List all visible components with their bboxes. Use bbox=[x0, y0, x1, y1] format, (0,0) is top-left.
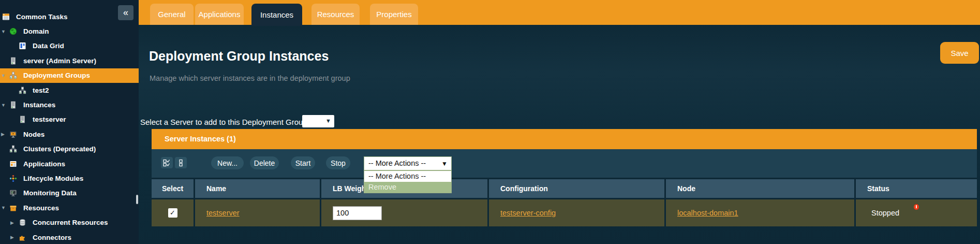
sidebar-item-label: Data Grid bbox=[33, 42, 64, 50]
sidebar: Common Tasks▼DomainData Gridserver (Admi… bbox=[0, 0, 139, 244]
cluster-icon bbox=[9, 145, 17, 153]
column-header-name: Name bbox=[195, 179, 320, 198]
tab-instances[interactable]: Instances bbox=[251, 4, 302, 26]
page-title: Deployment Group Instances bbox=[149, 48, 329, 64]
collapsed-arrow-icon[interactable]: ▶ bbox=[10, 235, 19, 240]
lb-weight-input[interactable] bbox=[333, 206, 382, 220]
more-actions-dropdown: -- More Actions -- Remove bbox=[364, 170, 452, 193]
collapsed-arrow-icon[interactable]: ▶ bbox=[1, 132, 9, 137]
expanded-arrow-icon[interactable]: ▼ bbox=[1, 103, 9, 108]
lifecycle-modules-icon bbox=[9, 175, 17, 182]
add-server-select[interactable]: ▼ bbox=[302, 115, 334, 127]
deployment-group-icon bbox=[19, 87, 26, 94]
sidebar-item-label: Instances bbox=[23, 101, 55, 109]
server-icon bbox=[19, 116, 26, 123]
table-header-row: Select Name LB Weight Configuration Node… bbox=[152, 178, 977, 198]
tab-properties[interactable]: Properties bbox=[370, 4, 418, 25]
connectors-icon bbox=[19, 234, 26, 241]
deselect-all-icon bbox=[176, 159, 185, 167]
sidebar-item-testserver[interactable]: testserver bbox=[0, 112, 139, 127]
sidebar-item-instances[interactable]: ▼Instances bbox=[0, 97, 139, 112]
more-actions-option-remove[interactable]: Remove bbox=[364, 182, 451, 193]
column-header-configuration: Configuration bbox=[489, 179, 664, 198]
column-header-status: Status bbox=[856, 179, 977, 198]
deselect-all-button[interactable] bbox=[175, 157, 187, 168]
data-grid-icon bbox=[19, 42, 26, 50]
collapsed-arrow-icon[interactable]: ▶ bbox=[10, 220, 19, 225]
sidebar-item-connectors[interactable]: ▶Connectors bbox=[0, 230, 139, 244]
expanded-arrow-icon[interactable]: ▼ bbox=[1, 205, 9, 210]
instance-name-link[interactable]: testserver bbox=[206, 209, 240, 217]
column-header-select: Select bbox=[152, 179, 194, 198]
sidebar-item-label: server (Admin Server) bbox=[23, 57, 96, 65]
tab-applications[interactable]: Applications bbox=[195, 4, 244, 25]
sidebar-item-label: Clusters (Deprecated) bbox=[23, 145, 96, 153]
sidebar-item-concurrent-resources[interactable]: ▶Concurrent Resources bbox=[0, 215, 139, 229]
tab-general[interactable]: General bbox=[150, 4, 194, 25]
start-button[interactable]: Start bbox=[291, 156, 315, 169]
sidebar-item-label: testserver bbox=[33, 116, 66, 123]
sidebar-tree: Common Tasks▼DomainData Gridserver (Admi… bbox=[0, 0, 139, 244]
sidebar-item-clusters-deprecated[interactable]: Clusters (Deprecated) bbox=[0, 142, 139, 156]
sidebar-item-deployment-groups[interactable]: ▼Deployment Groups bbox=[0, 68, 139, 83]
tab-bar: General Applications Instances Resources… bbox=[139, 0, 980, 25]
select-all-icon bbox=[162, 159, 171, 167]
expanded-arrow-icon[interactable]: ▼ bbox=[1, 29, 9, 34]
sidebar-collapse-button[interactable]: « bbox=[118, 5, 133, 20]
server-icon bbox=[9, 57, 17, 65]
more-actions-select[interactable]: -- More Actions -- ▼ bbox=[364, 156, 452, 170]
delete-button[interactable]: Delete bbox=[250, 156, 279, 169]
sidebar-item-resources[interactable]: ▼Resources bbox=[0, 200, 139, 215]
server-instances-panel: Server Instances (1) New... Del bbox=[152, 129, 977, 226]
sidebar-item-label: Deployment Groups bbox=[23, 71, 90, 79]
column-header-node: Node bbox=[666, 179, 854, 198]
sidebar-item-label: Applications bbox=[23, 160, 65, 168]
tab-resources[interactable]: Resources bbox=[311, 4, 360, 25]
sidebar-item-label: Concurrent Resources bbox=[33, 219, 108, 226]
sidebar-item-nodes[interactable]: ▶Nodes bbox=[0, 127, 139, 141]
resources-box-icon bbox=[9, 204, 17, 212]
save-button[interactable]: Save bbox=[940, 42, 979, 64]
sidebar-item-label: Nodes bbox=[23, 131, 44, 138]
status-error-icon bbox=[914, 204, 919, 210]
more-actions-option-default[interactable]: -- More Actions -- bbox=[364, 171, 451, 182]
concurrent-resources-icon bbox=[19, 219, 26, 226]
sidebar-item-test2[interactable]: test2 bbox=[0, 83, 139, 97]
expanded-arrow-icon[interactable]: ▼ bbox=[1, 73, 9, 78]
new-button[interactable]: New... bbox=[211, 156, 244, 169]
sidebar-item-label: Domain bbox=[23, 27, 49, 35]
table-row: ✓ testserver testserver-config localhost… bbox=[152, 198, 977, 226]
server-icon bbox=[9, 101, 17, 109]
chevron-down-icon: ▼ bbox=[441, 157, 448, 170]
monitoring-data-icon bbox=[9, 189, 17, 197]
sidebar-item-data-grid[interactable]: Data Grid bbox=[0, 39, 139, 53]
deployment-group-icon bbox=[9, 71, 17, 79]
status-text: Stopped bbox=[856, 209, 899, 217]
row-select-checkbox[interactable]: ✓ bbox=[168, 208, 177, 218]
select-all-button[interactable] bbox=[161, 157, 173, 168]
sidebar-item-label: Monitoring Data bbox=[23, 189, 77, 197]
sidebar-item-label: Resources bbox=[23, 204, 59, 212]
sidebar-item-server-admin-server[interactable]: server (Admin Server) bbox=[0, 53, 139, 68]
configuration-link[interactable]: testserver-config bbox=[500, 209, 556, 217]
sidebar-item-monitoring-data[interactable]: Monitoring Data bbox=[0, 186, 139, 200]
sidebar-item-label: Lifecycle Modules bbox=[23, 175, 83, 182]
page-subtitle: Manage which server instances are in the… bbox=[150, 74, 350, 82]
admin-console: Common Tasks▼DomainData Gridserver (Admi… bbox=[0, 0, 980, 244]
stop-button[interactable]: Stop bbox=[326, 156, 350, 169]
sidebar-scrollbar-thumb[interactable] bbox=[136, 195, 138, 204]
sidebar-item-domain[interactable]: ▼Domain bbox=[0, 24, 139, 38]
add-server-label: Select a Server to add to this Deploymen… bbox=[140, 118, 309, 126]
sidebar-item-label: test2 bbox=[33, 87, 49, 94]
table-toolbar: New... Delete Start Stop -- More Actions… bbox=[152, 149, 977, 178]
sidebar-item-lifecycle-modules[interactable]: Lifecycle Modules bbox=[0, 171, 139, 185]
chevron-down-icon: ▼ bbox=[325, 118, 331, 124]
main-content: General Applications Instances Resources… bbox=[139, 0, 980, 244]
domain-globe-icon bbox=[9, 27, 17, 35]
sidebar-item-applications[interactable]: Applications bbox=[0, 156, 139, 171]
sidebar-item-label: Common Tasks bbox=[16, 13, 68, 21]
node-link[interactable]: localhost-domain1 bbox=[677, 209, 738, 217]
more-actions-value: -- More Actions -- bbox=[368, 159, 426, 167]
applications-icon bbox=[9, 160, 17, 168]
panel-title: Server Instances (1) bbox=[152, 129, 977, 149]
